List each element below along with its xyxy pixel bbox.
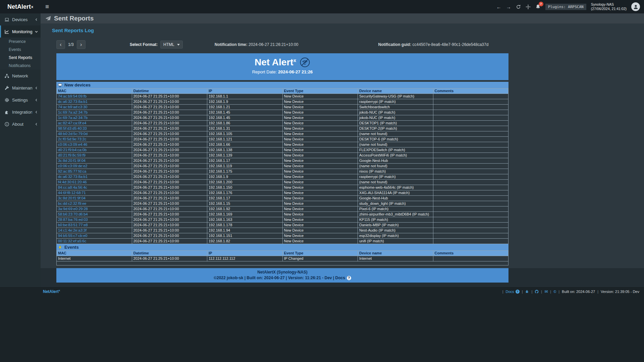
table-cell: 2c:f0:5d:9e:73:2c (57, 137, 132, 142)
github-icon[interactable] (535, 290, 539, 294)
table-cell: 192.168.1.175 (207, 169, 283, 174)
sidebar-item-about[interactable]: About (0, 118, 41, 130)
sidebar-item-devices[interactable]: Devices (0, 13, 41, 25)
table-cell: 98:5f:d3:d5:40:33 (57, 126, 132, 131)
mac-address-link[interactable]: 3c:8d:20:f1:9f:04 (58, 196, 86, 200)
table-cell (433, 212, 508, 217)
mac-address-link[interactable]: 74:ac:b9:54:09:fb (58, 94, 87, 98)
table-cell: ac:82:47:ca:0f:e4 (57, 121, 132, 126)
table-cell (433, 115, 508, 121)
sent-reports-log-link[interactable]: Sent Reports Log (52, 27, 94, 33)
mac-address-link[interactable]: 48:b0:2d:5c:79:0d (58, 132, 88, 136)
table-cell (433, 131, 508, 137)
docs-link[interactable]: Docs ? (506, 290, 520, 294)
table-cell: dc:a6:32:73:8a:b1 (57, 99, 132, 105)
sidebar-item-label: Network (12, 73, 38, 78)
mac-address-link[interactable]: dc:a6:32:73:8a:b1 (58, 175, 88, 179)
sidebar-item-label: Devices (12, 17, 32, 22)
mac-address-link[interactable]: 74:ac:b9:ad:c3:30 (58, 105, 87, 109)
table-cell (433, 174, 508, 180)
devices-icon (58, 83, 62, 87)
mac-address-link[interactable]: 98:5f:d3:d5:40:33 (58, 126, 87, 130)
question-circle-icon[interactable]: ? (347, 276, 351, 280)
column-header: IP (207, 251, 283, 256)
mac-address-link[interactable]: 94:b5:55:c7:cb:e0 (58, 234, 87, 238)
pagination: ‹ 1/3 › (56, 40, 86, 49)
menu-toggle-icon[interactable]: ≡ (45, 0, 49, 13)
bug-icon[interactable] (525, 290, 529, 294)
gear-icon (4, 98, 9, 103)
section-title: New devices (64, 82, 91, 87)
sidebar-item-monitoring[interactable]: Monitoring (0, 25, 41, 38)
column-header: Datetime (132, 88, 207, 94)
sidebar-item-sent-reports[interactable]: Sent Reports (0, 54, 41, 62)
table-row: 58:b6:23:70:d6:b42024-06-27 21:25:21+10:… (57, 212, 508, 217)
notifications-bell-icon[interactable]: 7 (535, 4, 541, 9)
mac-address-link[interactable]: dc:a6:32:73:8a:b1 (58, 100, 88, 104)
app-logo[interactable]: NetAlertx (0, 0, 41, 13)
mac-address-link[interactable]: bc:dd:c2:32:f9:ee (58, 201, 86, 205)
app-logo-text: NetAlert (7, 3, 31, 10)
table-cell: raspberrypi (IP match) (358, 99, 433, 105)
mac-address-link[interactable]: b0:be:83:51:77:e8 (58, 223, 88, 227)
sidebar-item-events[interactable]: Events (0, 46, 41, 54)
sidebar-item-network[interactable]: Network (0, 70, 41, 82)
table-cell: c0:06:c3:09:e4:46 (57, 142, 132, 147)
notification-count-badge: 7 (539, 2, 543, 6)
info-icon (4, 122, 9, 127)
next-page-button[interactable]: › (77, 40, 86, 49)
sidebar-item-integrations[interactable]: Integrations (0, 106, 41, 118)
table-cell: New Device (282, 217, 358, 223)
table-cell: 84:cc:a8:4a:56:4c (57, 185, 132, 190)
copyright-icon[interactable]: © (553, 290, 556, 294)
mac-address-link[interactable]: d0:21:f9:b4:ca:0b (58, 148, 87, 152)
mac-address-link[interactable]: 84:cc:a8:4a:56:4c (58, 185, 87, 189)
table-cell (433, 105, 508, 110)
mac-address-link[interactable]: 92:ac:85:77:fd:ca (58, 169, 86, 173)
puzzle-icon (4, 110, 9, 115)
refresh-icon[interactable] (516, 4, 521, 9)
table-cell: unifi (IP match) (358, 239, 433, 244)
table-cell: d0:21:f9:8c:59:f9 (57, 153, 132, 158)
report-title: Net Alertx (56, 57, 508, 68)
mac-address-link[interactable]: 2c:f0:5d:9e:73:2c (58, 137, 86, 141)
table-cell (433, 94, 508, 99)
nav-forward-icon[interactable]: → (506, 4, 511, 10)
table-cell: X4G-AU-SHA1114A (IP match) (358, 190, 433, 196)
envelope-icon[interactable]: ✉ (544, 289, 548, 294)
user-avatar[interactable] (631, 2, 640, 11)
sidebar-item-maintenance[interactable]: Maintenance (0, 82, 41, 94)
mac-address-link[interactable]: ac:82:47:ca:0f:e4 (58, 121, 86, 125)
mac-address-link[interactable]: 14:c1:4e:2e:a3:3f (58, 228, 87, 232)
mac-address-link[interactable]: c0:06:c3:09:de:e2 (58, 164, 87, 168)
plugins-badge[interactable]: Plugins: ARPSCAN (545, 4, 586, 10)
mac-address-link[interactable]: 3c:8d:20:f1:9f:04 (58, 159, 86, 163)
mac-address-link[interactable]: 44:6f:f8:12:68:71 (58, 191, 86, 195)
mac-address-link[interactable]: 58:b6:23:70:d6:b4 (58, 212, 88, 216)
prev-page-button[interactable]: ‹ (56, 40, 65, 49)
table-cell: New Device (282, 201, 358, 206)
mac-address-link[interactable]: d0:21:f9:8c:59:f9 (58, 153, 86, 157)
nav-back-icon[interactable]: ← (496, 4, 501, 10)
sidebar-item-settings[interactable]: Settings (0, 94, 41, 106)
table-cell: New Device (282, 158, 358, 164)
sidebar-item-notifications[interactable]: Notifications (0, 62, 41, 70)
mac-address-link[interactable]: 3a:9d:69:e0:29:28 (58, 207, 88, 211)
mac-address-link[interactable]: 00:11:32:ef:a5:6c (58, 239, 86, 243)
mac-address-link[interactable]: 1c:69:7a:a2:34:7b (58, 116, 88, 120)
mac-address-link[interactable]: 28:87:ba:76:ed:03 (58, 218, 88, 222)
table-cell: 192.168.1.86 (207, 121, 283, 126)
table-cell: 14:c1:4e:2e:a3:3f (57, 228, 132, 233)
mac-address-link[interactable]: f4:4d:30:61:20:46 (58, 180, 87, 184)
footer-brand-link[interactable]: NetAlertx (43, 289, 60, 294)
move-icon[interactable] (526, 4, 531, 9)
table-cell: 3c:8d:20:f1:9f:04 (57, 196, 132, 201)
mac-address-link[interactable]: c0:06:c3:09:e4:46 (58, 142, 87, 146)
mac-address-link[interactable]: 1c:69:7a:a2:34:7b (58, 110, 88, 114)
column-header: Comments (433, 88, 508, 94)
table-cell: b0:be:83:51:77:e8 (57, 223, 132, 228)
table-cell: New Device (282, 121, 358, 126)
format-select[interactable]: HTML (160, 41, 183, 49)
table-cell: AccessPointWiFi6 (IP match) (358, 153, 433, 158)
sidebar-item-presence[interactable]: Presence (0, 38, 41, 46)
